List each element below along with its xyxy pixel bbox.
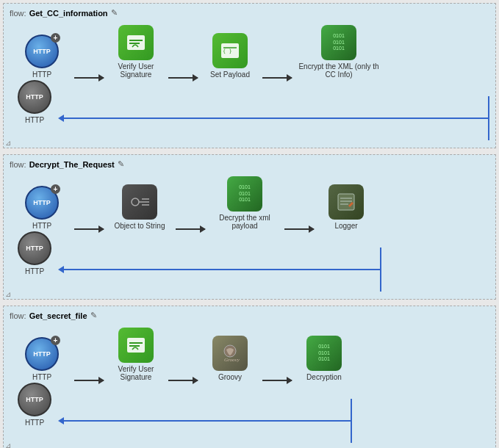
http-return-text-1: HTTP (26, 93, 43, 101)
node-label-sig-1: Verify User Signature (107, 62, 165, 79)
svg-point-6 (132, 198, 139, 206)
obj2str-icon[interactable] (122, 184, 157, 220)
node-signature-3: Verify User Signature (107, 328, 165, 381)
signature-icon-1[interactable] (118, 25, 154, 60)
http-return-icon-2[interactable]: HTTP (18, 231, 51, 265)
flow-header-3: flow: Get_secret_file ✎ (10, 311, 489, 320)
svg-text:{ }: { } (223, 48, 232, 54)
node-label-dec-1: Decrypt the xml payload (208, 214, 281, 230)
return-vert-line-3 (351, 399, 352, 443)
binary-display-1: 010101010101 (333, 33, 345, 51)
plus-badge-1: + (51, 33, 60, 43)
flow-label-2: flow: (10, 160, 26, 169)
arrow-1-2 (168, 77, 198, 79)
arrow-2-2 (176, 228, 205, 230)
flow-name-2: Decrypt_The_Request (29, 160, 115, 169)
flow-get-secret-file: flow: Get_secret_file ✎ + HTTP HTTP (3, 306, 496, 448)
flow-get-cc-information: flow: Get_CC_information ✎ + HTTP HTTP (3, 3, 496, 148)
arrow-1-3 (262, 77, 292, 79)
return-horiz-line-3 (64, 420, 351, 422)
flow-label-3: flow: (10, 311, 26, 320)
arrow-line-3-2 (168, 380, 198, 381)
arrow-line-1-2 (168, 77, 198, 79)
node-label-logger: Logger (334, 222, 357, 230)
arrow-line-3-1 (74, 380, 104, 381)
arrow-line-2-1 (74, 228, 104, 230)
node-http-in-3: + HTTP HTTP (12, 337, 71, 381)
node-decryption-3: 010101010101 Decryption (295, 336, 353, 381)
decryption-icon-3[interactable]: 010101010101 (306, 336, 342, 371)
http-return-text-3: HTTP (26, 396, 43, 403)
resize-handle-1[interactable]: ⊿ (5, 139, 12, 146)
arrow-2-3 (284, 228, 314, 230)
resize-handle-3[interactable]: ⊿ (5, 441, 12, 448)
node-encryption-1: 010101010101 Encrypt the XML (only th CC… (295, 25, 383, 79)
groovy-icon[interactable]: Groovy (212, 336, 248, 371)
signature-icon-3[interactable] (118, 328, 154, 363)
edit-icon-2[interactable]: ✎ (118, 159, 124, 169)
node-label-sig-3: Verify User Signature (107, 365, 165, 381)
node-label-return-3: HTTP (25, 419, 44, 427)
binary-display-3: 010101010101 (318, 344, 330, 362)
node-label-setpayload-1: Set Payload (210, 71, 250, 79)
node-signature-1: Verify User Signature (107, 25, 165, 79)
logger-icon[interactable] (329, 184, 364, 220)
http-return-icon-3[interactable]: HTTP (18, 383, 51, 416)
setpayload-icon-1[interactable]: { } (212, 33, 248, 68)
node-label-groovy: Groovy (218, 373, 242, 381)
node-label-http-3: HTTP (32, 373, 51, 381)
flow-name-1: Get_CC_information (29, 9, 108, 18)
arrow-1-1 (74, 77, 104, 79)
svg-rect-11 (338, 194, 354, 210)
node-label-dec-3: Decryption (306, 373, 342, 381)
return-vert-line-2 (380, 248, 381, 292)
node-label-return-2: HTTP (25, 267, 44, 275)
return-arrow-head-1 (58, 115, 64, 122)
http-text-1: HTTP (33, 48, 51, 55)
arrow-line-2-2 (176, 228, 205, 230)
arrow-3-3 (262, 380, 292, 381)
http-in-icon-1[interactable]: + HTTP (25, 35, 59, 68)
binary-display-2: 010101010101 (239, 184, 251, 203)
arrow-3-1 (74, 380, 104, 381)
flow-decrypt-the-request: flow: Decrypt_The_Request ✎ + HTTP HTTP (3, 154, 496, 300)
flow3-nodes-row: + HTTP HTTP Verify User Signature (10, 328, 489, 381)
return-node-3: HTTP HTTP (12, 383, 57, 427)
node-http-in-1: + HTTP HTTP (12, 35, 71, 79)
return-node-1: HTTP HTTP (12, 80, 57, 124)
svg-text:Groovy: Groovy (224, 357, 240, 363)
http-text-2: HTTP (33, 199, 51, 206)
http-in-icon-2[interactable]: + HTTP (25, 186, 59, 220)
return-vert-line-1 (488, 96, 489, 140)
node-http-in-2: + HTTP HTTP (12, 186, 71, 230)
arrow-line-2-3 (284, 228, 314, 230)
return-horiz-line-1 (64, 118, 488, 119)
node-label-return-1: HTTP (25, 116, 44, 124)
flow-name-3: Get_secret_file (29, 311, 87, 320)
arrow-2-1 (74, 228, 104, 230)
flow-header-1: flow: Get_CC_information ✎ (10, 8, 489, 18)
plus-badge-3: + (51, 336, 60, 345)
http-in-icon-3[interactable]: + HTTP (25, 337, 59, 371)
arrow-line-3-3 (262, 380, 292, 381)
node-decrypt-1: 010101010101 Decrypt the xml payload (208, 176, 281, 230)
arrow-3-2 (168, 380, 198, 381)
decryption-icon-1[interactable]: 010101010101 (227, 176, 262, 212)
node-label-http-2: HTTP (32, 222, 51, 230)
return-horiz-line-2 (64, 269, 380, 270)
return-arrow-head-2 (58, 266, 64, 273)
encryption-icon-1[interactable]: 010101010101 (321, 25, 356, 60)
resize-handle-2[interactable]: ⊿ (5, 290, 12, 297)
plus-badge-2: + (51, 184, 60, 194)
node-label-obj2str: Object to String (115, 222, 165, 230)
edit-icon-1[interactable]: ✎ (111, 8, 118, 18)
node-logger: Logger (317, 184, 376, 230)
node-setpayload-1: { } Set Payload (201, 33, 259, 79)
flow-label-1: flow: (10, 9, 26, 18)
http-return-icon-1[interactable]: HTTP (18, 80, 51, 114)
edit-icon-3[interactable]: ✎ (90, 311, 97, 320)
node-obj2str: Object to String (107, 184, 173, 230)
flow-header-2: flow: Decrypt_The_Request ✎ (10, 159, 489, 169)
node-groovy: Groovy Groovy (201, 336, 259, 381)
node-label-http-1: HTTP (32, 71, 51, 79)
